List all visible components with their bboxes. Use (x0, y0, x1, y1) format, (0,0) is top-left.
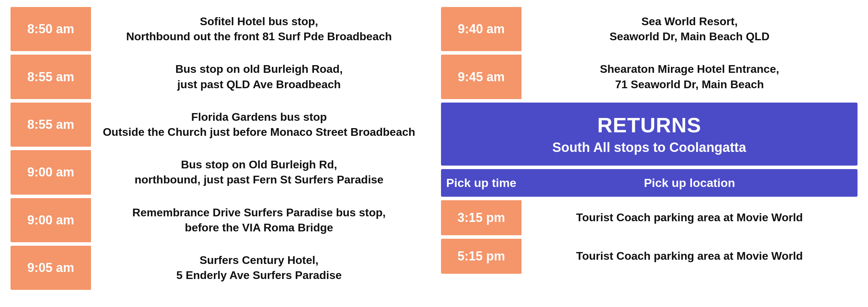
returns-header: RETURNSSouth All stops to Coolangatta (441, 103, 858, 166)
returns-column-headers: Pick up timePick up location (441, 169, 858, 197)
pickup-location: Bus stop on Old Burleigh Rd,northbound, … (91, 150, 427, 194)
return-schedule-row: 3:15 pmTourist Coach parking area at Mov… (441, 200, 858, 235)
return-pickup-location: Tourist Coach parking area at Movie Worl… (522, 200, 858, 235)
left-schedule-row: 9:05 amSurfers Century Hotel,5 Enderly A… (10, 246, 427, 290)
return-pickup-time: 5:15 pm (441, 239, 522, 274)
pickup-time: 9:05 am (10, 246, 91, 290)
left-schedule-row: 8:55 amFlorida Gardens bus stopOutside t… (10, 103, 427, 147)
pickup-location: Florida Gardens bus stopOutside the Chur… (91, 103, 427, 147)
returns-title: RETURNS (448, 113, 850, 137)
right-panel: 9:40 amSea World Resort,Seaworld Dr, Mai… (441, 7, 858, 290)
return-schedule-row: 5:15 pmTourist Coach parking area at Mov… (441, 239, 858, 274)
pickup-time: 9:00 am (10, 150, 91, 194)
pickup-location: Shearaton Mirage Hotel Entrance,71 Seawo… (522, 55, 858, 99)
pickup-time: 8:55 am (10, 55, 91, 99)
left-panel: 8:50 amSofitel Hotel bus stop,Northbound… (10, 7, 427, 290)
col-header-time: Pick up time (441, 169, 522, 197)
right-top-schedule-row: 9:45 amShearaton Mirage Hotel Entrance,7… (441, 55, 858, 99)
col-header-location: Pick up location (522, 169, 858, 197)
pickup-time: 9:45 am (441, 55, 522, 99)
main-container: 8:50 amSofitel Hotel bus stop,Northbound… (0, 0, 868, 297)
pickup-location: Surfers Century Hotel,5 Enderly Ave Surf… (91, 246, 427, 290)
left-schedule-row: 9:00 amRemembrance Drive Surfers Paradis… (10, 198, 427, 242)
pickup-location: Remembrance Drive Surfers Paradise bus s… (91, 198, 427, 242)
left-schedule-row: 9:00 amBus stop on Old Burleigh Rd,north… (10, 150, 427, 194)
return-pickup-time: 3:15 pm (441, 200, 522, 235)
pickup-location: Sea World Resort,Seaworld Dr, Main Beach… (522, 7, 858, 51)
return-pickup-location: Tourist Coach parking area at Movie Worl… (522, 239, 858, 274)
left-schedule-row: 8:50 amSofitel Hotel bus stop,Northbound… (10, 7, 427, 51)
pickup-time: 9:00 am (10, 198, 91, 242)
pickup-time: 8:50 am (10, 7, 91, 51)
pickup-location: Sofitel Hotel bus stop,Northbound out th… (91, 7, 427, 51)
pickup-time: 9:40 am (441, 7, 522, 51)
returns-subtitle: South All stops to Coolangatta (448, 140, 850, 155)
left-schedule-row: 8:55 amBus stop on old Burleigh Road,jus… (10, 55, 427, 99)
pickup-time: 8:55 am (10, 103, 91, 147)
right-top-schedule-row: 9:40 amSea World Resort,Seaworld Dr, Mai… (441, 7, 858, 51)
pickup-location: Bus stop on old Burleigh Road,just past … (91, 55, 427, 99)
